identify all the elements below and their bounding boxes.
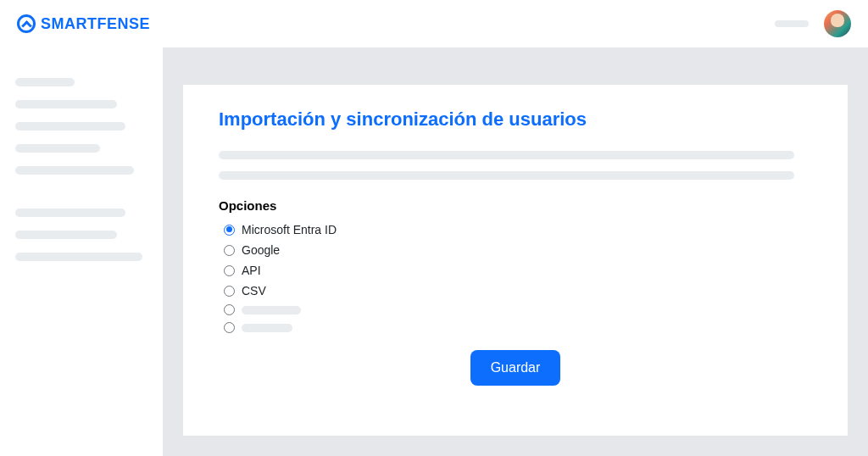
option-label: API <box>242 264 261 277</box>
sidebar <box>0 47 163 456</box>
button-row: Guardar <box>219 350 812 386</box>
sidebar-item[interactable] <box>15 100 117 108</box>
sidebar-item[interactable] <box>15 144 100 153</box>
option-api[interactable]: API <box>224 264 812 277</box>
sidebar-group-2 <box>15 209 147 261</box>
description-placeholder <box>219 171 794 180</box>
radio-icon <box>224 304 235 315</box>
header-right <box>775 10 851 37</box>
option-label-placeholder <box>242 324 292 332</box>
app-header: SMARTFENSE <box>0 0 868 47</box>
radio-icon <box>224 245 235 256</box>
option-csv[interactable]: CSV <box>224 284 812 298</box>
logo-icon <box>17 14 36 33</box>
sidebar-item[interactable] <box>15 253 142 261</box>
page-title: Importación y sincronización de usuarios <box>219 108 812 131</box>
option-google[interactable]: Google <box>224 243 812 257</box>
options-radio-group: Microsoft Entra ID Google API CSV <box>219 223 812 333</box>
option-label: CSV <box>242 284 266 298</box>
option-placeholder[interactable] <box>224 304 812 315</box>
save-button[interactable]: Guardar <box>470 350 561 386</box>
description-placeholder <box>219 151 794 159</box>
option-label-placeholder <box>242 306 301 314</box>
sidebar-group-1 <box>15 78 147 175</box>
user-avatar[interactable] <box>824 10 851 37</box>
sidebar-item[interactable] <box>15 166 134 175</box>
brand-name: SMARTFENSE <box>41 15 150 33</box>
radio-selected-icon <box>224 225 235 236</box>
sidebar-item[interactable] <box>15 209 125 217</box>
brand-logo[interactable]: SMARTFENSE <box>17 14 150 33</box>
header-placeholder <box>775 20 809 27</box>
option-label: Microsoft Entra ID <box>242 223 337 236</box>
sidebar-item[interactable] <box>15 122 125 131</box>
radio-icon <box>224 286 235 297</box>
option-placeholder[interactable] <box>224 322 812 333</box>
option-microsoft-entra-id[interactable]: Microsoft Entra ID <box>224 223 812 236</box>
radio-icon <box>224 265 235 276</box>
options-heading: Opciones <box>219 198 812 213</box>
layout: Importación y sincronización de usuarios… <box>0 47 868 456</box>
settings-card: Importación y sincronización de usuarios… <box>183 85 848 436</box>
radio-icon <box>224 322 235 333</box>
sidebar-item[interactable] <box>15 78 75 86</box>
option-label: Google <box>242 243 280 257</box>
main-area: Importación y sincronización de usuarios… <box>163 47 868 456</box>
sidebar-item[interactable] <box>15 231 117 239</box>
